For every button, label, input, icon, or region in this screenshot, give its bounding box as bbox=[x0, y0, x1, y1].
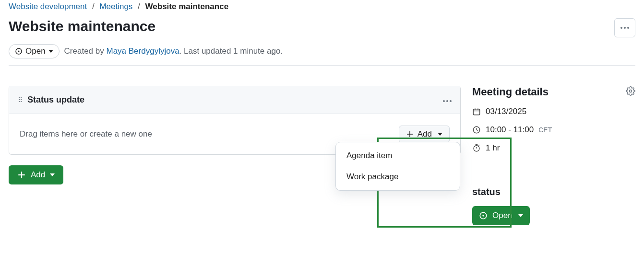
meeting-status-heading: status bbox=[472, 186, 635, 197]
gear-icon bbox=[626, 86, 635, 96]
svg-point-17 bbox=[482, 215, 484, 216]
plus-icon bbox=[17, 171, 26, 179]
kebab-icon bbox=[620, 27, 629, 29]
breadcrumb-parent[interactable]: Website development bbox=[9, 2, 87, 11]
agenda-section-more-button[interactable] bbox=[443, 100, 452, 102]
page-title: Website maintenance bbox=[9, 18, 155, 34]
plus-icon bbox=[406, 130, 414, 138]
meeting-timezone: CET bbox=[538, 126, 552, 134]
menu-item-work-package[interactable]: Work package bbox=[336, 166, 460, 187]
drag-handle-icon[interactable]: ⠿ bbox=[18, 96, 22, 104]
open-circle-icon bbox=[479, 211, 488, 220]
svg-point-6 bbox=[630, 90, 632, 92]
meeting-date-value: 03/13/2025 bbox=[486, 107, 526, 116]
kebab-icon bbox=[443, 100, 452, 102]
meeting-duration-value: 1 hr bbox=[486, 143, 500, 153]
caret-down-icon bbox=[50, 173, 55, 176]
meeting-status-label: Open bbox=[492, 211, 513, 220]
status-line: Open Created by Maya Berdygylyjova. Last… bbox=[9, 44, 635, 66]
svg-line-15 bbox=[479, 145, 480, 146]
agenda-add-button[interactable]: Add bbox=[399, 126, 450, 143]
caret-down-icon bbox=[438, 133, 442, 136]
author-link[interactable]: Maya Berdygylyjova bbox=[106, 46, 179, 56]
meeting-status-button[interactable]: Open bbox=[472, 206, 530, 225]
agenda-section-title: Status update bbox=[27, 95, 84, 105]
open-circle-icon bbox=[15, 47, 23, 55]
meeting-time: 10:00 - 11:00 CET bbox=[472, 125, 635, 135]
agenda-add-label: Add bbox=[417, 129, 432, 139]
breadcrumb: Website development / Meetings / Website… bbox=[9, 0, 635, 16]
add-menu-popover: Agenda item Work package bbox=[335, 142, 460, 191]
status-pill[interactable]: Open bbox=[9, 44, 60, 58]
created-prefix: Created by bbox=[64, 46, 107, 56]
agenda-empty-text: Drag items here or create a new one bbox=[20, 129, 152, 139]
meta-text: Created by Maya Berdygylyjova. Last upda… bbox=[64, 46, 283, 56]
status-pill-text: Open bbox=[25, 46, 46, 56]
page-more-button[interactable] bbox=[614, 18, 635, 37]
main-add-label: Add bbox=[31, 170, 45, 180]
svg-point-1 bbox=[18, 51, 20, 52]
breadcrumb-sep: / bbox=[135, 2, 143, 11]
updated-suffix: . Last updated 1 minute ago. bbox=[179, 46, 283, 56]
stopwatch-icon bbox=[472, 144, 481, 152]
main-add-button[interactable]: Add bbox=[9, 165, 63, 184]
calendar-icon bbox=[472, 107, 481, 116]
meeting-time-value: 10:00 - 11:00 bbox=[486, 125, 534, 135]
meeting-duration: 1 hr bbox=[472, 143, 635, 153]
breadcrumb-section[interactable]: Meetings bbox=[99, 2, 132, 11]
meeting-date: 03/13/2025 bbox=[472, 107, 635, 116]
meeting-details-heading: Meeting details bbox=[472, 86, 549, 98]
settings-button[interactable] bbox=[626, 86, 635, 98]
breadcrumb-sep: / bbox=[89, 2, 97, 11]
clock-icon bbox=[472, 126, 481, 134]
menu-item-agenda-item[interactable]: Agenda item bbox=[336, 145, 460, 166]
svg-rect-7 bbox=[473, 109, 480, 115]
agenda-section: ⠿ Status update Drag items here or creat… bbox=[9, 86, 461, 155]
caret-down-icon bbox=[48, 50, 53, 53]
breadcrumb-current: Website maintenance bbox=[145, 2, 229, 11]
caret-down-icon bbox=[518, 214, 523, 217]
